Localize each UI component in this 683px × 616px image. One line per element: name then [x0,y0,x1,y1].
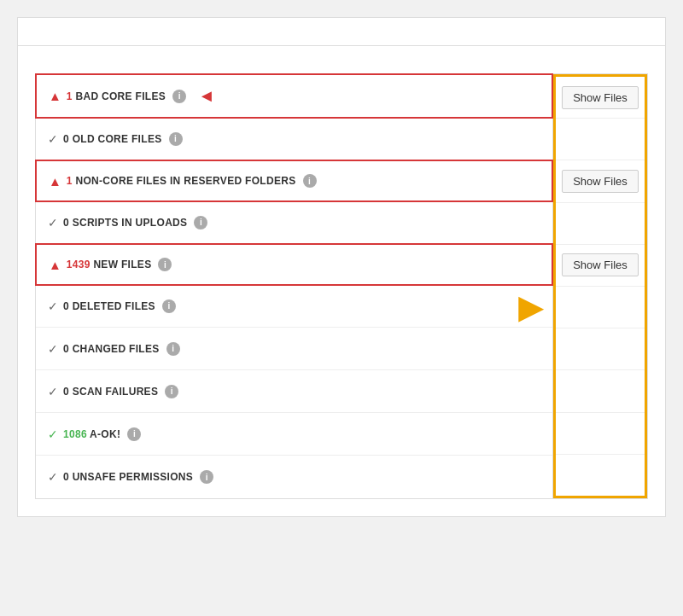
row-content: ▲ 1 NON-CORE FILES IN RESERVED FOLDERS i [49,174,317,189]
result-row-a-ok: ✓ 1086 A-OK! i [36,413,552,456]
row-content: ✓ 0 CHANGED FILES i [48,342,180,356]
right-cell-a-ok [556,413,645,455]
result-row-bad-core-files: ▲ 1 BAD CORE FILES i ◄ [35,73,553,119]
right-cell-scan-failures [556,370,645,412]
row-text: 1 NON-CORE FILES IN RESERVED FOLDERS [67,175,296,187]
warning-icon: ▲ [49,174,61,189]
right-cell-bad-core-files: Show Files [556,77,645,119]
row-content: ✓ 0 SCRIPTS IN UPLOADS i [48,216,207,230]
info-icon[interactable]: i [303,174,317,188]
checkmark-icon: ✓ [48,342,58,356]
row-content: ✓ 0 SCAN FAILURES i [48,385,178,398]
results-right-column: Show FilesShow FilesShow Files [553,74,647,498]
right-cell-non-core-files: Show Files [556,160,645,202]
row-label: NON-CORE FILES IN RESERVED FOLDERS [75,175,295,187]
row-label: OLD CORE FILES [73,133,162,145]
row-label: NEW FILES [93,259,151,270]
info-icon[interactable]: i [158,258,172,271]
right-cell-deleted-files [556,287,645,328]
info-icon[interactable]: i [166,342,180,356]
right-cell-old-core-files [556,119,645,160]
row-count: 1 [67,90,73,102]
checkmark-icon: ✓ [48,470,58,484]
show-files-button-bad-core-files[interactable]: Show Files [562,86,639,109]
row-count: 0 [63,471,69,483]
warning-icon: ▲ [49,89,61,103]
info-icon[interactable]: i [200,470,213,484]
row-count: 0 [63,133,69,145]
row-text: 0 UNSAFE PERMISSIONS [63,471,193,483]
row-text: 0 CHANGED FILES [63,343,160,355]
row-text: 1086 A-OK! [63,428,120,440]
results-section: ▲ 1 BAD CORE FILES i ◄ ✓ 0 OLD CORE FILE… [18,46,665,516]
checkmark-icon: ✓ [48,299,58,313]
row-content: ✓ 0 DELETED FILES i [48,299,176,313]
row-text: 0 SCAN FAILURES [63,386,158,398]
row-content: ✓ 0 UNSAFE PERMISSIONS i [48,470,213,484]
right-cell-unsafe-permissions [556,455,645,496]
row-count: 0 [63,386,69,398]
info-icon[interactable]: i [165,385,178,398]
info-icon[interactable]: i [162,299,176,313]
result-row-scripts-in-uploads: ✓ 0 SCRIPTS IN UPLOADS i [36,201,552,244]
row-count: 0 [63,343,69,355]
right-cell-changed-files [556,328,645,370]
row-content: ▲ 1439 NEW FILES i [49,258,172,272]
result-row-unsafe-permissions: ✓ 0 UNSAFE PERMISSIONS i [36,456,552,498]
result-row-scan-failures: ✓ 0 SCAN FAILURES i [36,370,552,413]
show-files-button-new-files[interactable]: Show Files [562,253,639,276]
checkmark-icon: ✓ [48,216,58,230]
results-left-column: ▲ 1 BAD CORE FILES i ◄ ✓ 0 OLD CORE FILE… [36,74,553,498]
info-icon[interactable]: i [169,132,183,146]
row-label: SCRIPTS IN UPLOADS [73,217,188,229]
right-cell-scripts-in-uploads [556,203,645,245]
checkmark-icon: ✓ [48,132,58,146]
result-row-non-core-files: ▲ 1 NON-CORE FILES IN RESERVED FOLDERS i [35,160,553,202]
row-content: ✓ 1086 A-OK! i [48,427,141,441]
row-count: 1086 [63,428,87,440]
row-text: 0 OLD CORE FILES [63,133,162,145]
warning-icon: ▲ [49,258,61,272]
page-wrapper: ▲ 1 BAD CORE FILES i ◄ ✓ 0 OLD CORE FILE… [17,17,666,517]
checkmark-icon: ✓ [48,427,58,441]
row-label: UNSAFE PERMISSIONS [73,471,193,483]
info-icon[interactable]: i [172,90,186,103]
red-arrow-annotation: ◄ [198,86,215,106]
row-text: 0 SCRIPTS IN UPLOADS [63,217,187,229]
row-label: BAD CORE FILES [75,90,166,102]
row-label: CHANGED FILES [73,343,160,355]
result-row-changed-files: ✓ 0 CHANGED FILES i [36,328,552,370]
row-content: ✓ 0 OLD CORE FILES i [48,132,183,146]
info-icon[interactable]: i [127,427,141,441]
row-count: 0 [63,217,69,229]
row-count: 0 [63,300,69,312]
show-files-button-non-core-files[interactable]: Show Files [562,170,639,193]
row-label: DELETED FILES [73,300,155,312]
results-container: ▲ 1 BAD CORE FILES i ◄ ✓ 0 OLD CORE FILE… [35,73,648,499]
page-title [18,18,665,46]
row-label: SCAN FAILURES [73,386,159,398]
row-text: 1 BAD CORE FILES [67,90,166,102]
info-icon[interactable]: i [194,216,207,230]
result-row-old-core-files: ✓ 0 OLD CORE FILES i [36,118,552,160]
row-text: 1439 NEW FILES [67,259,152,270]
right-cell-new-files: Show Files [556,245,645,287]
result-row-deleted-files: ✓ 0 DELETED FILES i [36,285,552,328]
row-label: A-OK! [90,428,120,440]
checkmark-icon: ✓ [48,385,58,398]
results-body: ▲ 1 BAD CORE FILES i ◄ ✓ 0 OLD CORE FILE… [35,73,648,499]
row-text: 0 DELETED FILES [63,300,155,312]
row-content: ▲ 1 BAD CORE FILES i ◄ [49,86,215,106]
result-row-new-files: ▲ 1439 NEW FILES i [35,243,553,286]
row-count: 1439 [67,259,90,270]
row-count: 1 [67,175,73,187]
